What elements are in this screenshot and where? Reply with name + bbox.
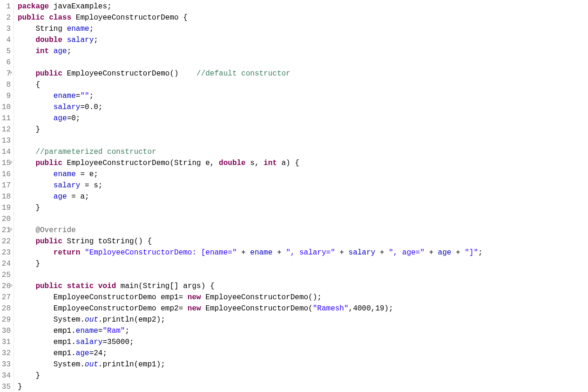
- fold-toggle-icon[interactable]: ⊖: [9, 160, 12, 165]
- line-number: 3: [1, 23, 12, 34]
- text-token: +: [425, 248, 438, 257]
- text-token: [62, 282, 67, 290]
- code-line[interactable]: public EmployeeConstructorDemo() //defau…: [18, 68, 588, 79]
- line-number: 19: [1, 202, 12, 213]
- code-editor-area[interactable]: package javaExamples;public class Employ…: [14, 0, 588, 392]
- code-line[interactable]: age=0;: [18, 113, 588, 124]
- static-field-token: out: [85, 316, 98, 324]
- text-token: [18, 114, 54, 123]
- text-token: ;: [94, 36, 98, 44]
- keyword-token: return: [54, 248, 81, 257]
- static-field-token: out: [85, 360, 98, 369]
- keyword-token: public: [35, 282, 62, 290]
- field-token: age: [54, 47, 67, 55]
- text-token: [18, 248, 54, 257]
- text-token: EmployeeConstructorDemo emp1=: [18, 293, 188, 302]
- code-line[interactable]: EmployeeConstructorDemo emp1= new Employ…: [18, 292, 588, 303]
- text-token: =: [98, 327, 103, 335]
- text-token: [94, 282, 98, 290]
- text-token: +: [237, 248, 250, 257]
- text-token: .println(emp2);: [98, 316, 165, 324]
- line-number: 5: [1, 46, 12, 57]
- field-token: salary: [54, 181, 81, 190]
- line-number-gutter: 1234567⊖89101112131415⊖161718192021⊖2223…: [0, 0, 14, 392]
- code-line[interactable]: }: [18, 202, 588, 213]
- text-token: = e;: [76, 170, 98, 179]
- code-line[interactable]: salary=0.0;: [18, 102, 588, 113]
- code-line[interactable]: }: [18, 370, 588, 381]
- line-number: 15⊖: [1, 158, 12, 169]
- code-line[interactable]: age = a;: [18, 191, 588, 202]
- line-number: 6: [1, 57, 12, 68]
- text-token: =35000;: [102, 338, 134, 346]
- keyword-token: new: [188, 304, 201, 313]
- field-token: age: [54, 114, 67, 123]
- code-line[interactable]: ename="";: [18, 90, 588, 102]
- fold-toggle-icon[interactable]: ⊖: [9, 71, 12, 76]
- code-line[interactable]: @Override: [18, 225, 588, 236]
- line-number: 10: [1, 102, 12, 113]
- text-token: [18, 282, 35, 290]
- code-line[interactable]: }: [18, 381, 588, 392]
- text-token: = s;: [80, 181, 102, 190]
- fold-toggle-icon[interactable]: ⊖: [9, 227, 12, 232]
- code-line[interactable]: public static void main(String[] args) {: [18, 281, 588, 292]
- text-token: main(String[] args) {: [116, 282, 214, 290]
- fold-toggle-icon[interactable]: ⊖: [9, 283, 12, 288]
- code-line[interactable]: public String toString() {: [18, 236, 588, 247]
- code-line[interactable]: double salary;: [18, 34, 588, 46]
- field-token: salary: [349, 248, 376, 257]
- keyword-token: package: [18, 2, 49, 11]
- code-line[interactable]: return "EmployeeConstructorDemo: [ename=…: [18, 247, 588, 258]
- keyword-token: public: [35, 69, 62, 78]
- code-line[interactable]: salary = s;: [18, 180, 588, 191]
- code-line[interactable]: [18, 213, 588, 225]
- code-line[interactable]: System.out.println(emp2);: [18, 314, 588, 325]
- field-token: ename: [54, 92, 76, 100]
- text-token: [18, 237, 35, 246]
- text-token: String toString() {: [62, 237, 152, 246]
- code-line[interactable]: [18, 57, 588, 68]
- line-number: 9: [1, 90, 12, 102]
- line-number: 30: [1, 325, 12, 337]
- keyword-token: public: [35, 237, 62, 246]
- string-token: "Ram": [102, 327, 125, 335]
- code-line[interactable]: ename = e;: [18, 169, 588, 180]
- code-line[interactable]: public class EmployeeConstructorDemo {: [18, 12, 588, 23]
- text-token: emp1.: [18, 338, 76, 346]
- annotation-token: @Override: [35, 226, 75, 234]
- text-token: [18, 159, 35, 167]
- code-line[interactable]: package javaExamples;: [18, 1, 588, 12]
- code-line[interactable]: emp1.salary=35000;: [18, 337, 588, 348]
- line-number: 13: [1, 135, 12, 146]
- line-number: 24: [1, 258, 12, 269]
- code-line[interactable]: [18, 269, 588, 281]
- text-token: EmployeeConstructorDemo(: [201, 304, 313, 313]
- text-token: System.: [18, 360, 85, 369]
- field-token: age: [54, 193, 67, 201]
- text-token: }: [18, 260, 40, 268]
- code-line[interactable]: public EmployeeConstructorDemo(String e,…: [18, 158, 588, 169]
- code-line[interactable]: System.out.println(emp1);: [18, 359, 588, 370]
- code-line[interactable]: [18, 135, 588, 146]
- code-line[interactable]: }: [18, 124, 588, 135]
- text-token: s,: [246, 159, 264, 167]
- field-token: ename: [250, 248, 272, 257]
- keyword-token: double: [35, 36, 62, 44]
- text-token: [62, 36, 67, 44]
- text-token: [80, 248, 85, 257]
- string-token: "Ramesh": [313, 304, 349, 313]
- code-line[interactable]: {: [18, 79, 588, 90]
- code-line[interactable]: emp1.age=24;: [18, 348, 588, 359]
- code-line[interactable]: String ename;: [18, 23, 588, 34]
- keyword-token: double: [219, 159, 246, 167]
- code-line[interactable]: emp1.ename="Ram";: [18, 325, 588, 337]
- text-token: ;: [125, 327, 129, 335]
- code-line[interactable]: int age;: [18, 46, 588, 57]
- line-number: 1: [1, 1, 12, 12]
- text-token: System.: [18, 316, 85, 324]
- code-line[interactable]: }: [18, 258, 588, 269]
- code-line[interactable]: EmployeeConstructorDemo emp2= new Employ…: [18, 303, 588, 314]
- code-line[interactable]: //parameterized constructor: [18, 146, 588, 158]
- text-token: +: [335, 248, 349, 257]
